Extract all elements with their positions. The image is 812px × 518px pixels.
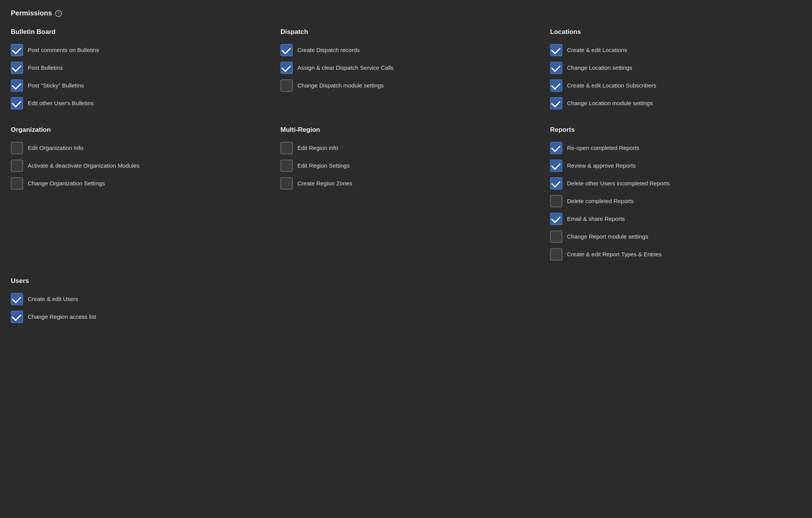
permission-item: Delete other Users incompleted Reports	[550, 175, 801, 192]
permission-item: Create & edit Location Subscribers	[550, 77, 801, 94]
permission-item: Assign & clear Dispatch Service Calls	[280, 59, 532, 77]
page-title: Permissions	[11, 9, 52, 17]
checkbox-bulletin-board-3[interactable]	[11, 97, 23, 109]
permission-item: Activate & deactivate Organization Modul…	[11, 157, 262, 175]
permission-label-organization-2: Change Organization Settings	[28, 180, 105, 187]
permission-item: Post comments on Bulletins	[11, 41, 262, 59]
permission-label-reports-2: Delete other Users incompleted Reports	[567, 180, 670, 187]
checkbox-dispatch-1[interactable]	[280, 62, 293, 74]
checkbox-dispatch-2[interactable]	[280, 79, 293, 92]
permission-label-reports-4: Email & share Reports	[567, 215, 625, 223]
permission-item: Change Organization Settings	[11, 175, 262, 192]
permission-item: Create & edit Report Types & Entries	[550, 246, 801, 263]
help-icon[interactable]: ?	[55, 10, 62, 17]
section-title-users: Users	[11, 277, 801, 285]
permission-item: Create Region Zones	[280, 175, 532, 192]
checkbox-organization-2[interactable]	[11, 177, 23, 190]
checkbox-multi-region-2[interactable]	[280, 177, 293, 190]
checkbox-bulletin-board-1[interactable]	[11, 62, 23, 74]
checkbox-reports-5[interactable]	[550, 230, 562, 243]
checkbox-users-1[interactable]	[11, 311, 23, 323]
section-multi-region: Multi-RegionEdit Region infoEdit Region …	[280, 126, 532, 263]
checkbox-dispatch-0[interactable]	[280, 44, 293, 56]
checkbox-bulletin-board-0[interactable]	[11, 44, 23, 56]
permission-item: Create Dispatch records	[280, 41, 532, 59]
permission-item: Change Region access list	[11, 308, 801, 326]
permission-label-multi-region-2: Create Region Zones	[297, 180, 352, 187]
section-bulletin-board: Bulletin BoardPost comments on Bulletins…	[11, 28, 262, 112]
permission-label-multi-region-0: Edit Region info	[297, 144, 338, 152]
permission-item: Post Bulletins	[11, 59, 262, 77]
checkbox-organization-0[interactable]	[11, 142, 23, 154]
permission-item: Create & edit Locations	[550, 41, 801, 59]
permission-item: Change Location module settings	[550, 94, 801, 112]
permission-item: Change Location settings	[550, 59, 801, 77]
checkbox-reports-2[interactable]	[550, 177, 562, 190]
checkbox-locations-0[interactable]	[550, 44, 562, 56]
section-locations: LocationsCreate & edit LocationsChange L…	[550, 28, 801, 112]
section-title-organization: Organization	[11, 126, 262, 134]
permission-label-dispatch-1: Assign & clear Dispatch Service Calls	[297, 64, 394, 72]
permission-label-reports-5: Change Report module settings	[567, 233, 648, 240]
permission-item: Edit Region Settings	[280, 157, 532, 175]
section-dispatch: DispatchCreate Dispatch recordsAssign & …	[280, 28, 532, 112]
checkbox-locations-3[interactable]	[550, 97, 562, 109]
permission-label-reports-3: Delete completed Reports	[567, 197, 634, 205]
permission-item: Review & approve Reports	[550, 157, 801, 175]
permission-label-dispatch-0: Create Dispatch records	[297, 46, 360, 54]
checkbox-organization-1[interactable]	[11, 160, 23, 172]
checkbox-bulletin-board-2[interactable]	[11, 79, 23, 92]
checkbox-reports-4[interactable]	[550, 213, 562, 225]
users-section: UsersCreate & edit UsersChange Region ac…	[11, 277, 801, 326]
section-title-locations: Locations	[550, 28, 801, 36]
permission-label-locations-2: Create & edit Location Subscribers	[567, 82, 656, 89]
checkbox-users-0[interactable]	[11, 293, 23, 305]
checkbox-locations-1[interactable]	[550, 62, 562, 74]
checkbox-locations-2[interactable]	[550, 79, 562, 92]
permission-label-organization-0: Edit Organization Info	[28, 144, 83, 152]
checkbox-reports-3[interactable]	[550, 195, 562, 207]
permission-label-locations-1: Change Location settings	[567, 64, 632, 72]
permission-item: Email & share Reports	[550, 210, 801, 228]
permission-label-multi-region-1: Edit Region Settings	[297, 162, 350, 170]
section-title-dispatch: Dispatch	[280, 28, 532, 36]
section-organization: OrganizationEdit Organization InfoActiva…	[11, 126, 262, 263]
section-title-reports: Reports	[550, 126, 801, 134]
section-title-multi-region: Multi-Region	[280, 126, 532, 134]
permissions-grid: Bulletin BoardPost comments on Bulletins…	[11, 28, 801, 263]
permission-item: Edit Region info	[280, 139, 532, 157]
permission-label-reports-6: Create & edit Report Types & Entries	[567, 251, 662, 258]
permission-label-users-0: Create & edit Users	[28, 295, 78, 303]
permission-item: Edit other User's Bulletins	[11, 94, 262, 112]
permission-item: Re-open completed Reports	[550, 139, 801, 157]
permission-item: Post "Sticky" Bulletins	[11, 77, 262, 94]
checkbox-multi-region-0[interactable]	[280, 142, 293, 154]
permission-label-locations-0: Create & edit Locations	[567, 46, 627, 54]
permission-item: Create & edit Users	[11, 290, 801, 308]
checkbox-reports-0[interactable]	[550, 142, 562, 154]
checkbox-multi-region-1[interactable]	[280, 160, 293, 172]
permission-label-reports-1: Review & approve Reports	[567, 162, 636, 170]
permission-label-locations-3: Change Location module settings	[567, 99, 653, 107]
permission-label-bulletin-board-3: Edit other User's Bulletins	[28, 99, 94, 107]
permission-item: Delete completed Reports	[550, 192, 801, 210]
permission-label-reports-0: Re-open completed Reports	[567, 144, 639, 152]
permission-label-bulletin-board-2: Post "Sticky" Bulletins	[28, 82, 84, 89]
page-title-container: Permissions ?	[11, 9, 801, 17]
permission-item: Edit Organization Info	[11, 139, 262, 157]
section-users: UsersCreate & edit UsersChange Region ac…	[11, 277, 801, 326]
section-title-bulletin-board: Bulletin Board	[11, 28, 262, 36]
permission-label-organization-1: Activate & deactivate Organization Modul…	[28, 162, 139, 170]
permission-label-bulletin-board-1: Post Bulletins	[28, 64, 63, 72]
permission-item: Change Dispatch module settings	[280, 77, 532, 94]
permission-label-bulletin-board-0: Post comments on Bulletins	[28, 46, 99, 54]
permission-item: Change Report module settings	[550, 228, 801, 246]
permission-label-users-1: Change Region access list	[28, 313, 96, 321]
permission-label-dispatch-2: Change Dispatch module settings	[297, 82, 384, 89]
checkbox-reports-1[interactable]	[550, 160, 562, 172]
checkbox-reports-6[interactable]	[550, 248, 562, 261]
section-reports: ReportsRe-open completed ReportsReview &…	[550, 126, 801, 263]
